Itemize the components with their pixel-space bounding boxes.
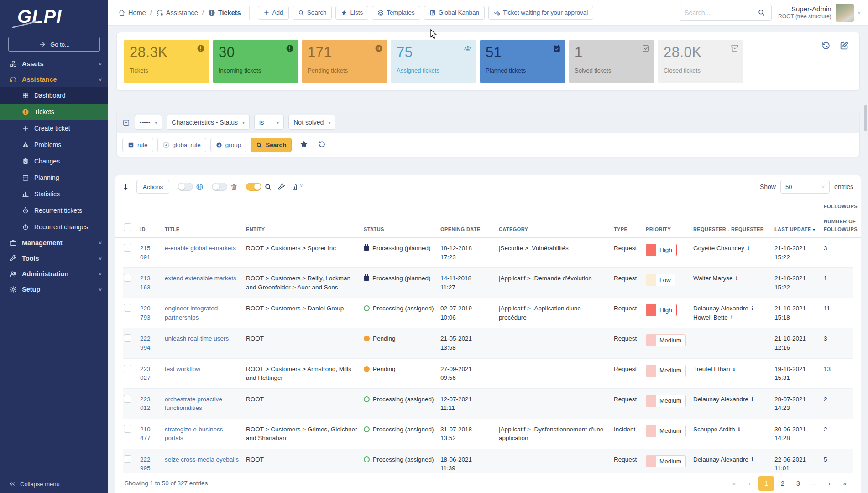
- ticket-title-link[interactable]: e-enable global e-markets: [165, 245, 236, 252]
- table-row[interactable]: 222994 unleash real-time users ROOT Pend…: [123, 328, 853, 358]
- sidebar-item-dashboard[interactable]: Dashboard: [0, 87, 108, 104]
- add-button[interactable]: Add: [258, 6, 289, 20]
- ticket-title-link[interactable]: seize cross-media eyeballs: [165, 456, 239, 463]
- sidebar-item-assets[interactable]: Assets ˅: [0, 56, 108, 72]
- goto-button[interactable]: Go to...: [8, 37, 100, 52]
- breadcrumb-home[interactable]: Home: [118, 9, 146, 16]
- user-menu[interactable]: Super-Admin ROOT (tree structure) ˅: [778, 4, 861, 22]
- wrench-icon[interactable]: [277, 183, 285, 191]
- stat-card-closed[interactable]: 28.0K Closed tickets: [658, 40, 743, 83]
- row-checkbox[interactable]: [124, 365, 131, 372]
- page-1-button[interactable]: 1: [758, 476, 774, 491]
- ticket-id-link[interactable]: 210477: [140, 425, 160, 443]
- ticket-id-link[interactable]: 223012: [140, 395, 160, 413]
- global-search-input[interactable]: [680, 5, 751, 21]
- sidebar-item-recurrent-changes[interactable]: Recurrent changes: [0, 219, 108, 235]
- breadcrumb-tickets[interactable]: Tickets: [208, 9, 241, 16]
- ticket-title-link[interactable]: test workflow: [165, 366, 200, 372]
- filter-toggle[interactable]: [246, 183, 261, 191]
- col-entity[interactable]: ENTITY: [245, 223, 363, 238]
- sidebar-item-management[interactable]: Management ˅: [0, 235, 108, 251]
- sidebar-item-setup[interactable]: Setup ˅: [0, 282, 108, 297]
- table-row[interactable]: 220793 engineer integrated partnerships …: [123, 298, 853, 328]
- criteria-search-button[interactable]: Search: [251, 138, 292, 152]
- page-size-select[interactable]: 50˅: [780, 180, 830, 194]
- table-row[interactable]: 223027 test workflow ROOT > Customers > …: [123, 359, 853, 389]
- ticket-title-link[interactable]: orchestrate proactive functionalities: [165, 396, 222, 412]
- sidebar-item-assistance[interactable]: Assistance ˅: [0, 72, 108, 87]
- ticket-title-link[interactable]: unleash real-time users: [165, 335, 229, 342]
- sidebar-item-problems[interactable]: Problems: [0, 136, 108, 153]
- row-checkbox[interactable]: [124, 425, 131, 433]
- col-status[interactable]: STATUS: [363, 223, 439, 238]
- criteria-field-select[interactable]: Characteristics - Status▾: [167, 115, 250, 130]
- col-priority[interactable]: PRIORITY: [645, 223, 692, 238]
- stat-card-pending[interactable]: 171 Pending tickets: [302, 40, 387, 83]
- sidebar-item-tickets[interactable]: Tickets: [0, 104, 108, 120]
- ticket-id-link[interactable]: 220793: [140, 304, 160, 322]
- criteria-operator-select[interactable]: is▾: [254, 115, 284, 130]
- row-checkbox[interactable]: [124, 274, 131, 282]
- templates-button[interactable]: Templates: [372, 6, 420, 20]
- criteria-value-select[interactable]: Not solved▾: [288, 115, 335, 130]
- table-row[interactable]: 215091 e-enable global e-markets ROOT > …: [123, 238, 853, 268]
- table-row[interactable]: 222995 seize cross-media eyeballs ROOT P…: [123, 449, 853, 473]
- sidebar-item-administration[interactable]: Administration ˅: [0, 266, 108, 282]
- first-page-button[interactable]: «: [727, 476, 741, 491]
- add-global-rule-button[interactable]: global rule: [157, 138, 206, 152]
- row-checkbox[interactable]: [124, 455, 131, 463]
- info-icon[interactable]: i: [733, 365, 735, 373]
- col-requester[interactable]: REQUESTER - REQUESTER: [692, 223, 774, 238]
- info-icon[interactable]: i: [736, 274, 738, 283]
- sort-icon[interactable]: [123, 183, 131, 191]
- reset-icon[interactable]: [317, 140, 326, 151]
- table-row[interactable]: 223012 orchestrate proactive functionali…: [123, 389, 853, 419]
- edit-icon[interactable]: [839, 41, 849, 51]
- global-search-submit[interactable]: [751, 5, 772, 21]
- info-icon[interactable]: i: [731, 313, 733, 322]
- collapse-menu-button[interactable]: Collapse menu: [0, 475, 108, 493]
- info-icon[interactable]: i: [752, 304, 753, 313]
- ticket-approval-button[interactable]: Ticket waiting for your approval: [488, 6, 593, 20]
- search-button[interactable]: Search: [293, 6, 332, 20]
- info-icon[interactable]: i: [738, 425, 740, 434]
- logo-area[interactable]: GLPI: [0, 0, 108, 31]
- ticket-id-link[interactable]: 215091: [140, 244, 160, 262]
- stat-card-assigned[interactable]: 75 Assigned tickets: [391, 40, 476, 83]
- minus-square-icon[interactable]: [122, 119, 130, 126]
- row-checkbox[interactable]: [124, 334, 131, 342]
- actions-button[interactable]: Actions: [136, 180, 169, 194]
- sidebar-item-changes[interactable]: Changes: [0, 153, 108, 169]
- search-icon[interactable]: [264, 183, 272, 191]
- table-row[interactable]: 210477 strategize e-business portals ROO…: [123, 419, 853, 449]
- add-group-button[interactable]: group: [210, 138, 247, 152]
- ticket-id-link[interactable]: 222994: [140, 334, 160, 352]
- info-icon[interactable]: i: [752, 455, 753, 464]
- col-followups[interactable]: FOLLOWUPS -NUMBER OFFOLLOWUPS: [823, 200, 861, 237]
- stat-card-solved[interactable]: 1 Solved tickets: [569, 40, 654, 83]
- col-opening-date[interactable]: OPENING DATE: [439, 223, 498, 238]
- deleted-toggle[interactable]: [212, 183, 227, 191]
- prev-page-button[interactable]: ‹: [743, 476, 757, 491]
- stat-card-planned[interactable]: 51 Planned tickets: [480, 40, 565, 83]
- last-page-button[interactable]: »: [838, 476, 852, 491]
- select-all-checkbox[interactable]: [124, 223, 131, 231]
- row-checkbox[interactable]: [124, 304, 131, 312]
- ticket-title-link[interactable]: engineer integrated partnerships: [165, 305, 218, 321]
- row-checkbox[interactable]: [124, 244, 131, 252]
- page-2-button[interactable]: 2: [776, 476, 790, 491]
- criteria-link-select[interactable]: -----▾: [135, 115, 162, 130]
- col-category[interactable]: CATEGORY: [498, 223, 613, 238]
- bookmark-star-icon[interactable]: [299, 140, 309, 151]
- col-id[interactable]: ID: [139, 223, 164, 238]
- sidebar-item-recurrent-tickets[interactable]: Recurrent tickets: [0, 202, 108, 219]
- next-page-button[interactable]: ›: [822, 476, 836, 491]
- history-icon[interactable]: [821, 41, 831, 51]
- col-title[interactable]: TITLE: [164, 223, 245, 238]
- sidebar-item-create-ticket[interactable]: Create ticket: [0, 120, 108, 136]
- row-checkbox[interactable]: [124, 395, 131, 403]
- ticket-id-link[interactable]: 223027: [140, 365, 160, 383]
- ticket-id-link[interactable]: 213163: [140, 274, 160, 292]
- sidebar-item-planning[interactable]: Planning: [0, 169, 108, 186]
- sidebar-item-statistics[interactable]: Statistics: [0, 186, 108, 202]
